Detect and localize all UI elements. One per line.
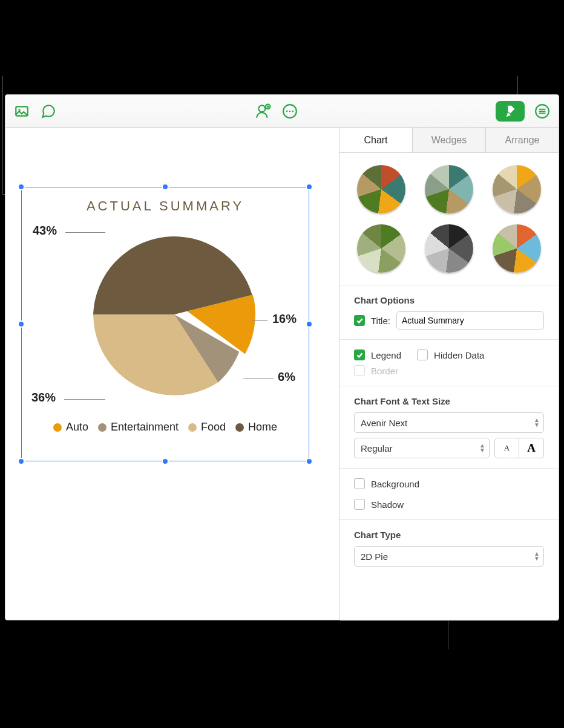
select-chart-type[interactable]: 2D Pie ▲▼: [354, 546, 544, 567]
legend-label: Entertainment: [111, 421, 179, 434]
canvas[interactable]: ACTUAL SUMMARY: [5, 128, 339, 620]
legend-item: Food: [188, 421, 226, 434]
label-background: Background: [371, 479, 419, 489]
callout-line: [340, 620, 558, 621]
tab-wedges[interactable]: Wedges: [412, 128, 485, 152]
slice-label-auto: 16%: [272, 312, 297, 326]
leader-line: [65, 232, 105, 233]
tab-arrange[interactable]: Arrange: [485, 128, 559, 152]
svg-point-6: [289, 110, 291, 112]
checkbox-hidden-data[interactable]: [417, 349, 428, 360]
media-button[interactable]: [13, 102, 31, 120]
label-hidden-data: Hidden Data: [434, 350, 484, 360]
label-border: Border: [371, 366, 398, 376]
chart-style-grid: [339, 153, 559, 285]
select-font-style[interactable]: Regular ▲▼: [354, 438, 490, 458]
section-font: Chart Font & Text Size Avenir Next ▲▼ Re…: [339, 386, 559, 469]
section-chart-type: Chart Type 2D Pie ▲▼: [339, 520, 559, 576]
legend-swatch: [53, 423, 62, 432]
slice-label-home: 43%: [33, 224, 57, 238]
chart-style-thumb[interactable]: [493, 224, 541, 273]
input-chart-title[interactable]: [396, 311, 544, 330]
checkbox-background[interactable]: [354, 478, 365, 489]
chart-options-heading: Chart Options: [354, 295, 544, 305]
leader-line: [64, 399, 105, 400]
app-window: ACTUAL SUMMARY: [5, 94, 559, 620]
collaborate-button[interactable]: [254, 102, 272, 120]
resize-handle[interactable]: [162, 183, 169, 190]
svg-point-1: [19, 109, 21, 111]
resize-handle[interactable]: [306, 183, 313, 190]
svg-point-7: [292, 110, 294, 112]
checkbox-title[interactable]: [354, 315, 365, 326]
font-size-decrease[interactable]: A: [495, 438, 519, 458]
pie-graphic: [93, 233, 255, 395]
legend-swatch: [98, 423, 107, 432]
select-value: Avenir Next: [361, 418, 407, 428]
format-inspector: Chart Wedges Arrange Chart Options Title…: [339, 128, 559, 620]
select-value: Regular: [361, 443, 393, 453]
legend-item: Auto: [53, 421, 88, 434]
font-heading: Chart Font & Text Size: [354, 396, 544, 406]
chart-style-thumb[interactable]: [425, 165, 473, 213]
legend-item: Home: [235, 421, 277, 434]
legend-label: Home: [248, 421, 277, 434]
toolbar: [5, 95, 559, 128]
organize-button[interactable]: [533, 102, 551, 120]
checkbox-shadow[interactable]: [354, 499, 365, 510]
chart-style-thumb[interactable]: [425, 224, 473, 273]
chart-type-heading: Chart Type: [354, 530, 544, 540]
pie-chart[interactable]: 43% 16% 6% 36%: [22, 220, 309, 414]
section-chart-options: Chart Options Title:: [339, 285, 559, 340]
slice-label-entertainment: 6%: [278, 370, 295, 384]
select-font-family[interactable]: Avenir Next ▲▼: [354, 412, 544, 433]
chart-style-thumb[interactable]: [357, 224, 405, 273]
leader-line: [243, 379, 274, 379]
legend-label: Auto: [66, 421, 88, 434]
svg-point-5: [286, 110, 288, 112]
callout-line: [448, 620, 448, 649]
chart-selection-frame[interactable]: ACTUAL SUMMARY: [21, 187, 309, 461]
label-title: Title:: [371, 316, 390, 326]
resize-handle[interactable]: [162, 458, 169, 465]
legend-swatch: [188, 423, 197, 432]
section-background: Background Shadow: [339, 469, 559, 520]
select-value: 2D Pie: [361, 551, 388, 562]
leader-line: [252, 320, 267, 321]
inspector-panel-chart: Chart Options Title: Legend: [339, 153, 559, 620]
checkbox-border: [354, 365, 365, 376]
chart-title[interactable]: ACTUAL SUMMARY: [22, 198, 309, 214]
more-button[interactable]: [281, 102, 299, 120]
slice-label-food: 36%: [31, 391, 56, 405]
chart-style-thumb[interactable]: [357, 165, 405, 213]
legend-label: Food: [201, 421, 226, 434]
content-area: ACTUAL SUMMARY: [5, 128, 559, 620]
chart-style-thumb[interactable]: [493, 165, 541, 213]
legend-swatch: [235, 423, 244, 432]
label-shadow: Shadow: [371, 499, 404, 510]
label-legend: Legend: [371, 350, 401, 360]
chevrons-icon: ▲▼: [534, 418, 540, 427]
callout-line: [2, 76, 3, 194]
chevrons-icon: ▲▼: [479, 443, 485, 453]
section-legend-options: Legend Hidden Data Border: [339, 340, 559, 386]
font-size-increase[interactable]: A: [519, 438, 543, 458]
checkbox-legend[interactable]: [354, 349, 365, 360]
resize-handle[interactable]: [306, 458, 313, 465]
format-inspector-button[interactable]: [496, 101, 525, 122]
legend-item: Entertainment: [98, 421, 179, 434]
resize-handle[interactable]: [18, 458, 25, 465]
chevrons-icon: ▲▼: [534, 551, 540, 561]
font-size-stepper: A A: [494, 438, 544, 458]
tab-chart[interactable]: Chart: [339, 128, 412, 152]
resize-handle[interactable]: [18, 183, 25, 190]
svg-point-2: [258, 105, 265, 112]
chart-legend[interactable]: Auto Entertainment Food Home: [22, 421, 309, 434]
comment-button[interactable]: [39, 102, 57, 120]
inspector-tabs: Chart Wedges Arrange: [339, 128, 559, 153]
